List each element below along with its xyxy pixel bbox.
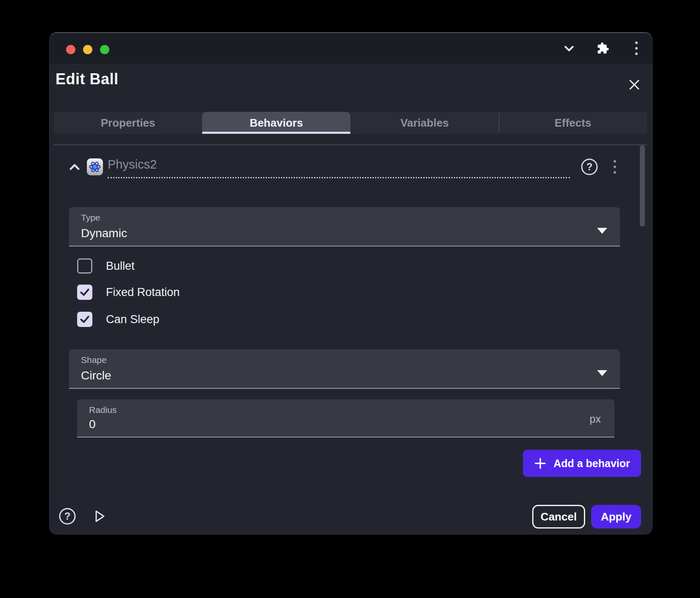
help-icon[interactable]: ?: [58, 507, 77, 526]
add-behavior-label: Add a behavior: [553, 457, 630, 470]
tab-behaviors[interactable]: Behaviors: [202, 112, 350, 134]
bullet-checkbox-row[interactable]: Bullet: [77, 258, 135, 274]
caret-down-icon: [597, 370, 607, 376]
checkbox-label: Fixed Rotation: [106, 286, 180, 299]
minimize-traffic-light[interactable]: [83, 45, 92, 54]
field-label: Radius: [89, 405, 117, 415]
cancel-button[interactable]: Cancel: [532, 505, 585, 529]
edit-ball-window: Edit Ball Properties Behaviors Variables…: [49, 32, 653, 534]
radius-input[interactable]: Radius 0 px: [77, 399, 614, 437]
tab-label: Effects: [555, 116, 592, 130]
kebab-menu-icon[interactable]: [610, 158, 620, 175]
apply-label: Apply: [601, 510, 631, 523]
behaviors-panel-border: [54, 144, 647, 145]
checkbox[interactable]: [77, 285, 92, 300]
fixed-rotation-checkbox-row[interactable]: Fixed Rotation: [77, 284, 180, 300]
dialog-title: Edit Ball: [56, 70, 119, 88]
titlebar: [50, 33, 652, 64]
can-sleep-checkbox-row[interactable]: Can Sleep: [77, 311, 159, 327]
tab-label: Behaviors: [250, 116, 303, 130]
kebab-menu-icon[interactable]: [628, 40, 645, 57]
svg-text:?: ?: [64, 510, 71, 522]
help-icon[interactable]: ?: [580, 158, 599, 176]
apply-button[interactable]: Apply: [591, 505, 641, 529]
type-dropdown[interactable]: Type Dynamic: [69, 207, 620, 246]
checkbox-label: Bullet: [106, 260, 135, 273]
close-icon[interactable]: [625, 75, 644, 94]
field-value: Dynamic: [81, 227, 127, 240]
puzzle-icon[interactable]: [594, 40, 611, 57]
unit-label: px: [590, 413, 601, 425]
play-icon[interactable]: [90, 507, 109, 526]
field-label: Shape: [81, 355, 107, 365]
tab-bar: Properties Behaviors Variables Effects: [54, 112, 647, 134]
cancel-label: Cancel: [541, 510, 577, 523]
shape-dropdown[interactable]: Shape Circle: [69, 349, 620, 389]
checkbox-label: Can Sleep: [106, 313, 159, 326]
tab-properties[interactable]: Properties: [54, 112, 202, 134]
chevron-down-icon[interactable]: [561, 40, 578, 57]
plus-icon: [534, 457, 547, 470]
screen: Edit Ball Properties Behaviors Variables…: [0, 0, 700, 598]
field-value: Circle: [81, 369, 111, 382]
checkbox[interactable]: [77, 258, 92, 274]
behavior-name-field[interactable]: Physics2: [108, 158, 570, 178]
zoom-traffic-light[interactable]: [100, 45, 109, 54]
close-traffic-light[interactable]: [66, 45, 75, 54]
scrollbar-thumb[interactable]: [640, 145, 645, 227]
caret-down-icon: [597, 228, 607, 234]
tab-label: Properties: [101, 116, 156, 130]
tab-variables[interactable]: Variables: [350, 112, 499, 134]
field-value: 0: [89, 418, 96, 431]
tab-label: Variables: [400, 116, 449, 130]
checkbox[interactable]: [77, 312, 92, 327]
chevron-up-icon[interactable]: [66, 158, 83, 176]
tab-effects[interactable]: Effects: [499, 112, 647, 134]
svg-text:?: ?: [586, 161, 593, 172]
add-behavior-button[interactable]: Add a behavior: [523, 450, 641, 477]
field-label: Type: [81, 213, 100, 223]
atom-icon: [87, 158, 103, 175]
